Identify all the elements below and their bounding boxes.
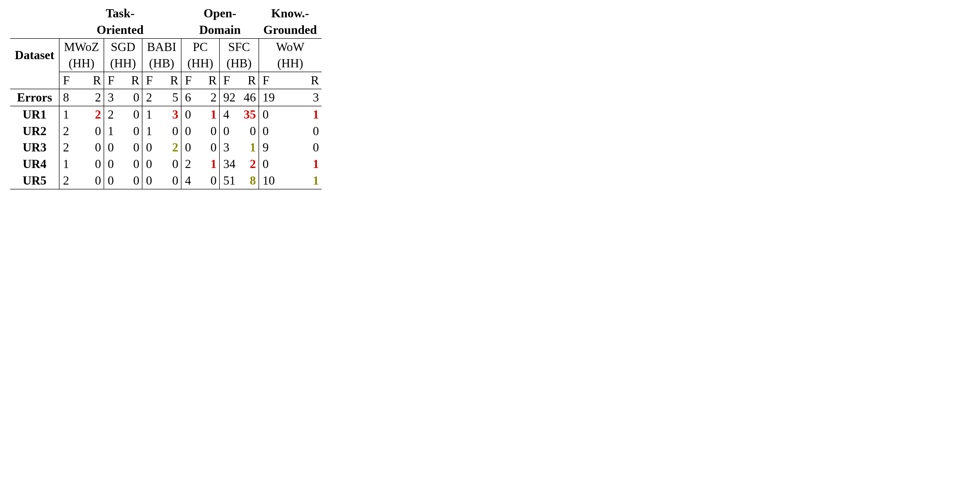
cell: 4 xyxy=(181,172,202,189)
cell: 3 xyxy=(220,139,241,156)
cell: 0 xyxy=(164,172,181,189)
row-ur4: UR4 1 0 0 0 0 0 2 1 34 2 0 1 xyxy=(10,156,321,172)
cell: 46 xyxy=(241,89,259,106)
cell: 34 xyxy=(220,156,241,172)
cell: 2 xyxy=(142,89,164,106)
cell: 1 xyxy=(142,123,164,139)
dataset-wow-sub: (HH) xyxy=(259,55,321,72)
cell: 0 xyxy=(181,123,202,139)
cell: 0 xyxy=(84,172,104,189)
cell: 0 xyxy=(142,139,164,156)
cell: 2 xyxy=(164,139,181,156)
cell: 0 xyxy=(104,172,125,189)
col-f: F xyxy=(259,72,294,89)
group-know-grounded: Know.- xyxy=(259,5,321,22)
dataset-wow: WoW xyxy=(259,38,321,55)
cell: 0 xyxy=(125,106,142,123)
row-ur2: UR2 2 0 1 0 1 0 0 0 0 0 0 0 xyxy=(10,123,321,139)
cell: 0 xyxy=(259,123,294,139)
col-r: R xyxy=(125,72,142,89)
cell: 1 xyxy=(202,106,220,123)
row-label: UR5 xyxy=(10,172,59,189)
row-ur5: UR5 2 0 0 0 0 0 4 0 51 8 10 1 xyxy=(10,172,321,189)
cell: 0 xyxy=(84,139,104,156)
dataset-header-row-1: Dataset MWoZ SGD BABI PC SFC WoW xyxy=(10,38,321,55)
dataset-babi: BABI xyxy=(142,38,181,55)
col-f: F xyxy=(220,72,241,89)
cell: 1 xyxy=(294,156,321,172)
cell: 0 xyxy=(104,156,125,172)
dataset-pc: PC xyxy=(181,38,220,55)
col-r: R xyxy=(202,72,220,89)
dataset-pc-sub: (HH) xyxy=(181,55,220,72)
row-label: Errors xyxy=(10,89,59,106)
dataset-mwoz-sub: (HH) xyxy=(59,55,104,72)
group-open-domain-b: Domain xyxy=(181,22,259,38)
col-r: R xyxy=(164,72,181,89)
dataset-sgd: SGD xyxy=(104,38,142,55)
col-f: F xyxy=(104,72,125,89)
cell: 0 xyxy=(202,123,220,139)
group-task-oriented: Task- xyxy=(59,5,181,22)
cell: 3 xyxy=(164,106,181,123)
col-r: R xyxy=(241,72,259,89)
dataset-sgd-sub: (HH) xyxy=(104,55,142,72)
cell: 0 xyxy=(294,139,321,156)
cell: 1 xyxy=(241,139,259,156)
dataset-sfc-sub: (HB) xyxy=(220,55,259,72)
cell: 1 xyxy=(142,106,164,123)
cell: 2 xyxy=(84,106,104,123)
cell: 8 xyxy=(241,172,259,189)
cell: 2 xyxy=(59,123,84,139)
cell: 1 xyxy=(104,123,125,139)
cell: 3 xyxy=(294,89,321,106)
cell: 8 xyxy=(59,89,84,106)
row-ur3: UR3 2 0 0 0 0 2 0 0 3 1 9 0 xyxy=(10,139,321,156)
cell: 0 xyxy=(84,156,104,172)
row-errors: Errors 8 2 3 0 2 5 6 2 92 46 19 3 xyxy=(10,89,321,106)
cell: 0 xyxy=(142,156,164,172)
dataset-babi-sub: (HB) xyxy=(142,55,181,72)
cell: 1 xyxy=(59,106,84,123)
group-header-row-2: Oriented Domain Grounded xyxy=(10,22,321,38)
cell: 1 xyxy=(59,156,84,172)
row-label: UR2 xyxy=(10,123,59,139)
cell: 10 xyxy=(259,172,294,189)
cell: 0 xyxy=(220,123,241,139)
group-header-row-1: Task- Open- Know.- xyxy=(10,5,321,22)
cell: 5 xyxy=(164,89,181,106)
group-task-oriented-b: Oriented xyxy=(59,22,181,38)
fr-header-row: F R F R F R F R F R F R xyxy=(10,72,321,89)
col-r: R xyxy=(84,72,104,89)
cell: 2 xyxy=(241,156,259,172)
cell: 0 xyxy=(164,123,181,139)
cell: 19 xyxy=(259,89,294,106)
cell: 0 xyxy=(294,123,321,139)
cell: 2 xyxy=(59,139,84,156)
cell: 6 xyxy=(181,89,202,106)
cell: 0 xyxy=(241,123,259,139)
cell: 0 xyxy=(202,172,220,189)
row-label: UR1 xyxy=(10,106,59,123)
cell: 1 xyxy=(294,172,321,189)
dataset-mwoz: MWoZ xyxy=(59,38,104,55)
cell: 0 xyxy=(125,139,142,156)
results-table: Task- Open- Know.- Oriented Domain Groun… xyxy=(10,5,321,189)
dataset-sfc: SFC xyxy=(220,38,259,55)
group-open-domain: Open- xyxy=(181,5,259,22)
cell: 9 xyxy=(259,139,294,156)
cell: 92 xyxy=(220,89,241,106)
row-label: UR4 xyxy=(10,156,59,172)
cell: 51 xyxy=(220,172,241,189)
cell: 35 xyxy=(241,106,259,123)
cell: 0 xyxy=(181,106,202,123)
col-f: F xyxy=(181,72,202,89)
cell: 0 xyxy=(259,106,294,123)
cell: 0 xyxy=(104,139,125,156)
cell: 0 xyxy=(125,123,142,139)
dataset-label: Dataset xyxy=(10,38,59,72)
cell: 0 xyxy=(259,156,294,172)
col-r: R xyxy=(294,72,321,89)
row-label: UR3 xyxy=(10,139,59,156)
col-f: F xyxy=(142,72,164,89)
